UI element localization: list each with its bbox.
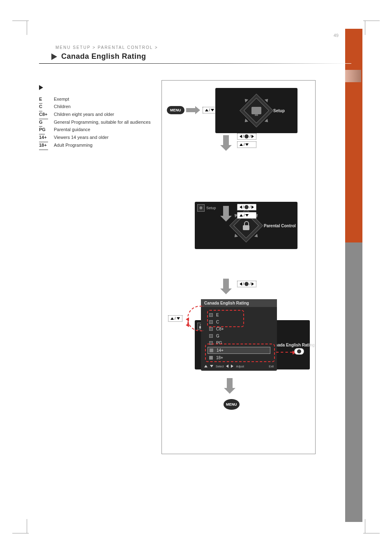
nav-left-enter-right-icon: // [237, 133, 256, 140]
bullet-arrow-icon [39, 85, 43, 90]
panel-title: Canada English Rating [201, 299, 277, 307]
crop-mark [12, 21, 29, 21]
list-item: C8+Children eight years and older [39, 111, 154, 118]
list-item: EExempt [39, 95, 154, 103]
tv-icon [251, 107, 261, 114]
flow-diagram: MENU / Setup [161, 80, 316, 454]
rating-item: G [208, 333, 270, 339]
crop-mark [363, 21, 380, 21]
crop-mark [365, 519, 365, 533]
menu-button-icon: MENU [224, 399, 240, 410]
arrow-down-icon [227, 378, 233, 389]
nav-up-down-icon: / [237, 212, 256, 219]
nav-left-enter-right-icon: // [237, 281, 256, 287]
crop-mark [365, 21, 365, 35]
highlight-box [205, 344, 275, 362]
crop-mark [363, 533, 380, 533]
crop-mark [27, 519, 27, 533]
section-title: Canada English Rating [61, 52, 146, 61]
list-item: 18+Adult Programming [39, 141, 154, 149]
panel-footer: Select Adjust Exit [201, 363, 277, 369]
screen-breadcrumb: ⚙ Setup [197, 204, 216, 212]
lock-icon [242, 221, 250, 230]
highlight-box [207, 310, 244, 327]
divider [39, 63, 351, 64]
arrow-down-icon [223, 135, 229, 146]
parental-control-label: Parental Control [264, 224, 296, 228]
ratings-definitions: EExempt CChildren C8+Children eight year… [39, 84, 154, 149]
page-number: 49 [334, 33, 339, 38]
callout-arrow-icon [276, 352, 293, 353]
nav-up-down-icon: / [237, 141, 256, 148]
setup-crumb-icon: ⚙ [197, 204, 205, 212]
list-item: 14+Viewers 14 years and older [39, 134, 154, 141]
menu-button-icon: MENU [167, 106, 184, 114]
arrow-down-icon [223, 279, 229, 289]
arrow-right-icon [186, 108, 196, 112]
cube-menu-icon [240, 94, 273, 127]
list-item: CChildren [39, 103, 154, 111]
list-item: GGeneral Programming, suitable for all a… [39, 118, 154, 126]
arrow-down-icon [223, 206, 229, 217]
setup-label: Setup [273, 108, 285, 113]
crop-mark [27, 21, 27, 35]
breadcrumb: MENU SETUP > PARENTAL CONTROL > [55, 45, 351, 50]
nav-up-down-icon: / [168, 315, 182, 322]
section-arrow-icon [51, 53, 57, 60]
nav-left-enter-right-icon: // [237, 204, 256, 210]
crop-mark [12, 533, 29, 533]
nav-up-down-icon: / [203, 107, 217, 113]
enter-button-icon [294, 348, 304, 355]
list-item: PGParental guidance [39, 126, 154, 134]
callout-arrow-icon [187, 319, 204, 331]
